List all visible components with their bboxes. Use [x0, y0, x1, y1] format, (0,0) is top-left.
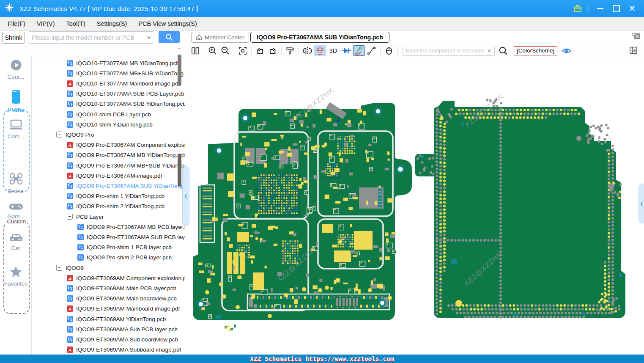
right-panel-toggle-icon[interactable] [629, 46, 638, 57]
probe-measure-icon[interactable] [353, 45, 365, 56]
menu-item-pcbviewsettingss[interactable]: PCB View settings(S) [138, 20, 197, 27]
tree-item-26[interactable]: IQOO9-ET3069AMA Sub PCB layer.pcb [67, 324, 178, 334]
tree-item-label: IQOO10-ET3077AMA SUB PCB Layer.pcb [76, 91, 184, 97]
collapse-box-icon[interactable] [67, 214, 73, 220]
menu-item-filef[interactable]: File(F) [8, 20, 25, 27]
rotate-cw-icon[interactable] [267, 45, 279, 56]
tree-item-17[interactable]: IQOO9 Pro-ET3067AMA SUB PCB layer.pcb [77, 232, 185, 242]
tree-item-18[interactable]: IQOO9 Pro-shim 1 PCB layer.pcb [77, 242, 172, 253]
tree-item-1[interactable]: IQOO10-ET3077AM MB+SUB YiDianTong.pcb [67, 68, 185, 78]
tree-item-label: IQOO9 Pro [66, 132, 94, 138]
chevron-down-icon[interactable]: ∨ [146, 35, 152, 40]
silkscreen-lamp-icon[interactable] [314, 45, 326, 56]
split-view-icon[interactable] [189, 45, 201, 56]
model-search-input[interactable] [28, 34, 147, 41]
three-d-button[interactable]: 3D [327, 45, 340, 56]
tree-item-16[interactable]: IQOO9 Pro-ET3067AM MB PCB layer.pcb [77, 222, 185, 232]
tree-item-21[interactable]: IQOO9-ET3069AM Component explosion.pdf [67, 273, 185, 283]
net-search-combobox[interactable]: ∨ [403, 46, 495, 56]
tree-item-22[interactable]: IQOO9-ET3069AM Main PCB layer.pcb [67, 283, 176, 293]
minimize-button[interactable] [595, 3, 605, 14]
sidebar-item-favorites[interactable]: Favorites [0, 266, 32, 287]
tree-scrollbar-thumb[interactable] [178, 55, 181, 86]
pcb-file-icon [67, 101, 73, 107]
collapse-box-icon[interactable] [56, 265, 62, 271]
sidebar-item-car[interactable]: Car [0, 231, 32, 251]
member-center-button[interactable]: Member Center [191, 32, 249, 43]
pcb-file-icon [67, 295, 73, 302]
expand-right-panel-handle[interactable]: ❮ [639, 184, 644, 223]
net-search-input[interactable] [403, 48, 488, 54]
tree-item-14[interactable]: IQOO9 Pro-shim 2 YiDianTong.pcb [67, 201, 164, 212]
tree-item-25[interactable]: IQOO9-ET3069AM YiDianTong.pcb [67, 314, 166, 324]
net-search-go-icon[interactable] [497, 45, 509, 56]
pcb-file-icon [77, 254, 84, 261]
menu-item-vipv[interactable]: VIP(V) [37, 20, 55, 27]
tree-item-label: IQOO9-ET3069AMA Sub boardview.pcb [76, 336, 178, 343]
tree-item-12[interactable]: IQOO9 Pro-ET3067AMA SUB YiDianTong.pcb [67, 181, 185, 191]
tree-item-3[interactable]: IQOO10-ET3077AMA SUB PCB Layer.pcb [67, 89, 184, 99]
search-button[interactable] [159, 31, 180, 43]
diode-mode-icon[interactable] [340, 45, 352, 56]
maximize-button[interactable] [611, 3, 621, 14]
model-search-combobox[interactable]: ∨ [28, 31, 154, 44]
pcb-canvas[interactable]: 1XZZ@XZZHKXZZ@XZZHKXZZ@XZZHKXZZ@XZZHK [185, 57, 644, 355]
close-button[interactable]: ✕ [627, 3, 637, 14]
tree-item-8[interactable]: IQOO9 Pro-ET3067AM Component explosion.p… [67, 140, 185, 150]
collapse-box-icon[interactable] [56, 132, 62, 138]
tree-item-2[interactable]: IQOO10-ET3077AM Mainbord image.pdf [67, 78, 180, 88]
tree-item-label: IQOO9 Pro-ET3067AM MB YiDianTong.pcb [76, 152, 185, 158]
menu-item-settingss[interactable]: Settings(S) [97, 20, 127, 27]
sidebar-item-label: Favorites [0, 280, 32, 287]
sidebar-item-gam[interactable]: Gam... [0, 203, 32, 220]
tree-item-19[interactable]: IQOO9 Pro-shim 2 PCB layer.pcb [77, 253, 172, 263]
shrink-button[interactable]: Shrink [2, 32, 25, 44]
tree-item-5[interactable]: IQOO10-shim PCB Layer.pcb [67, 109, 151, 119]
titlebar-divider [589, 4, 589, 13]
tree-group-20[interactable]: IQOO9 [56, 263, 84, 273]
tree-item-label: IQOO9-ET3069AMA Sub PCB layer.pcb [76, 326, 178, 333]
tree-group-7[interactable]: IQOO9 Pro [56, 129, 94, 140]
tree-item-6[interactable]: IQOO10-shim YiDianTong.pcb [67, 119, 153, 129]
sidebar-item-drone[interactable]: Drone [0, 172, 32, 194]
sidebar-item-cour[interactable]: Cour... [0, 59, 32, 80]
sidebar-item-com[interactable]: Com... [0, 119, 32, 140]
tree-scrollbar-thumb[interactable] [178, 154, 181, 187]
curve-trace-icon[interactable] [366, 45, 378, 56]
tree-item-label: IQOO9 Pro-shim 2 YiDianTong.pcb [76, 203, 164, 209]
pcb-file-icon [67, 162, 73, 169]
pcb-file-icon [67, 336, 73, 343]
chevron-down-icon[interactable]: ∨ [487, 48, 492, 53]
pcb-file-icon [67, 183, 73, 189]
zoom-out-icon[interactable] [219, 45, 231, 56]
tree-item-24[interactable]: IQOO9-ET3069AM Mainboard image.pdf [67, 304, 180, 314]
tree-item-label: PCB Layer [76, 214, 104, 220]
scroll-up-arrow[interactable]: ⌃ [177, 47, 181, 53]
zoom-in-icon[interactable] [207, 45, 219, 56]
tree-item-11[interactable]: IQOO9 Pro-ET3067AM-image.pdf [67, 170, 162, 181]
close-pane-icon[interactable] [632, 33, 641, 43]
zoom-fit-icon[interactable] [237, 45, 249, 56]
sidebar-item-phone[interactable]: Phone [0, 90, 32, 113]
tree-item-13[interactable]: IQOO9 Pro-shim 1 YiDianTong.pcb [67, 191, 164, 201]
mirror-flip-icon[interactable] [301, 45, 313, 56]
active-pcb-tab[interactable]: IQOO9 Pro-ET3067AMA SUB YiDianTong.pcb [250, 32, 389, 43]
tree-item-10[interactable]: IQOO9 Pro-ET3067AM MB+SUB YiDianTong.pcb [67, 160, 185, 170]
paint-roller-icon[interactable] [284, 45, 296, 56]
tree-group-15[interactable]: PCB Layer [67, 212, 104, 222]
rotate-ccw-icon[interactable] [254, 45, 266, 56]
eye-visibility-icon[interactable] [561, 45, 573, 56]
tree-item-27[interactable]: IQOO9-ET3069AMA Sub boardview.pcb [67, 334, 178, 344]
mouse-settings-icon[interactable] [383, 45, 395, 56]
menu-item-toolt[interactable]: Tool(T) [66, 20, 85, 27]
collapse-left-panel-handle[interactable]: ❮ [182, 166, 189, 226]
tree-item-0[interactable]: IQOO10-ET3077AM MB YiDianTong.pcb [67, 58, 179, 68]
tree-item-23[interactable]: IQOO9-ET3069AM Main boardview.pcb [67, 294, 177, 304]
tree-item-4[interactable]: IQOO10-ET3077AMA SUB YiDianTong.pcb [67, 99, 185, 109]
tree-item-9[interactable]: IQOO9 Pro-ET3067AM MB YiDianTong.pcb [67, 150, 185, 160]
license-briefcase-icon[interactable] [573, 3, 583, 14]
tree-item-28[interactable]: IQOO9-ET3069AMA Subboard image.pdf [67, 345, 181, 355]
home-icon [196, 34, 202, 41]
pdf-file-icon [67, 173, 73, 179]
colorscheme-button[interactable]: [ColorScheme] [514, 46, 557, 55]
